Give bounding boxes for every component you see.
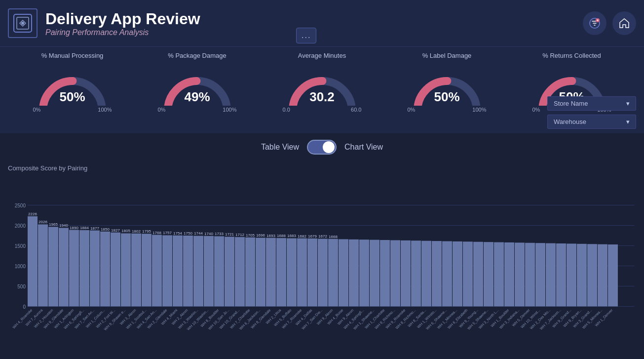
svg-rect-159	[608, 244, 618, 306]
svg-rect-123	[421, 241, 431, 307]
svg-rect-47	[131, 234, 141, 307]
svg-rect-109	[349, 239, 359, 307]
svg-rect-89	[276, 238, 286, 306]
svg-text:1850: 1850	[101, 227, 110, 232]
gauge-0: 50%	[33, 61, 112, 106]
svg-text:1682: 1682	[298, 234, 306, 239]
kpi-label-4: % Returns Collected	[542, 52, 601, 59]
svg-text:500: 500	[17, 284, 26, 289]
svg-rect-121	[411, 240, 421, 306]
svg-rect-65	[193, 236, 203, 306]
kpi-manual-processing: % Manual Processing 50% 0% 100%	[23, 52, 122, 133]
svg-text:2026: 2026	[38, 220, 47, 224]
svg-rect-17	[28, 216, 38, 307]
svg-rect-149	[556, 243, 566, 307]
svg-rect-38	[100, 232, 110, 307]
top-bar: Delivery App Review Pairing Performance …	[0, 0, 644, 47]
svg-text:0: 0	[23, 304, 26, 310]
chart-title: Composite Score by Pairing	[8, 164, 636, 172]
gauge-minmax-3: 0% 100%	[408, 107, 487, 113]
svg-text:2226: 2226	[28, 212, 37, 216]
svg-rect-62	[183, 236, 193, 307]
svg-rect-117	[390, 240, 400, 306]
kpi-avg-minutes: Average Minutes 30.2 0.0 60.0	[273, 52, 372, 133]
warehouse-filter[interactable]: Warehouse ▾	[547, 115, 636, 129]
kpi-package-damage: % Package Damage 49% 0% 100%	[148, 52, 247, 133]
home-button[interactable]	[612, 11, 636, 35]
app-main-title: Delivery App Review	[45, 10, 200, 28]
svg-text:1721: 1721	[225, 232, 234, 237]
toggle-knob	[323, 141, 335, 153]
svg-text:1683: 1683	[287, 234, 296, 238]
svg-text:1693: 1693	[266, 234, 275, 238]
tooltip-box: ...	[296, 28, 316, 43]
svg-text:1000: 1000	[15, 264, 26, 269]
svg-rect-131	[463, 241, 473, 306]
svg-rect-83	[256, 238, 265, 306]
svg-text:1884: 1884	[80, 226, 89, 230]
svg-rect-56	[162, 235, 172, 306]
svg-rect-53	[152, 235, 162, 307]
svg-text:1705: 1705	[246, 233, 255, 238]
svg-text:1877: 1877	[90, 226, 99, 231]
svg-text:1802: 1802	[132, 229, 141, 234]
kpi-label-2: Average Minutes	[298, 52, 346, 59]
chevron-down-icon: ▾	[626, 100, 630, 107]
svg-rect-68	[204, 236, 214, 307]
gauge-value-3: 50%	[434, 89, 459, 105]
gauge-2: 30.2	[283, 61, 362, 106]
svg-point-2	[21, 22, 24, 25]
svg-text:1712: 1712	[235, 233, 244, 237]
app-subtitle: Pairing Performance Analysis	[45, 28, 200, 37]
svg-text:1733: 1733	[215, 232, 224, 236]
svg-rect-145	[535, 243, 545, 306]
gauge-3: 50%	[408, 61, 487, 106]
gauge-1: 49%	[158, 61, 237, 106]
svg-rect-137	[494, 242, 504, 307]
svg-text:2000: 2000	[15, 223, 26, 229]
svg-rect-77	[235, 237, 245, 306]
svg-text:1754: 1754	[173, 231, 182, 236]
view-toggle[interactable]	[307, 140, 337, 155]
filter-button[interactable]	[583, 11, 606, 35]
svg-rect-92	[287, 238, 297, 306]
svg-rect-35	[90, 231, 100, 307]
gauge-value-1: 49%	[184, 89, 210, 105]
kpi-label-damage: % Label Damage 50% 0% 100%	[398, 52, 496, 133]
svg-rect-129	[453, 241, 462, 307]
svg-text:1679: 1679	[308, 234, 317, 239]
gauge-value-2: 30.2	[309, 89, 335, 105]
top-bar-left: Delivery App Review Pairing Performance …	[8, 8, 200, 38]
svg-rect-23	[48, 227, 58, 306]
svg-rect-119	[401, 240, 411, 307]
gauge-minmax-0: 0% 100%	[33, 107, 112, 113]
svg-rect-71	[214, 236, 224, 306]
svg-text:1827: 1827	[111, 228, 120, 233]
svg-rect-127	[442, 241, 452, 306]
svg-text:1805: 1805	[121, 229, 130, 233]
top-bar-right	[583, 11, 636, 35]
chevron-down-icon: ▾	[626, 118, 630, 125]
gauge-minmax-1: 0% 100%	[158, 107, 237, 113]
svg-text:1740: 1740	[204, 232, 213, 236]
chart-view-label: Chart View	[344, 143, 383, 152]
kpi-label-1: % Package Damage	[168, 52, 227, 59]
tooltip-dots: ...	[302, 31, 311, 40]
svg-rect-153	[577, 244, 587, 307]
bar-chart: 050010001500200025002226WH 4_Roanoke2026…	[8, 174, 636, 353]
kpi-label-3: % Label Damage	[422, 52, 472, 59]
svg-text:1890: 1890	[70, 226, 78, 230]
svg-rect-139	[504, 242, 514, 307]
svg-rect-95	[297, 239, 307, 307]
svg-text:1668: 1668	[329, 235, 338, 239]
svg-rect-125	[432, 241, 442, 306]
store-name-filter[interactable]: Store Name ▾	[547, 96, 636, 111]
svg-text:2500: 2500	[15, 203, 26, 208]
svg-text:1757: 1757	[163, 231, 172, 235]
svg-text:1768: 1768	[152, 231, 161, 235]
table-view-label: Table View	[261, 143, 299, 152]
svg-text:1744: 1744	[194, 231, 203, 236]
svg-rect-101	[318, 239, 328, 306]
app-title: Delivery App Review Pairing Performance …	[45, 10, 200, 37]
svg-rect-115	[380, 240, 390, 306]
